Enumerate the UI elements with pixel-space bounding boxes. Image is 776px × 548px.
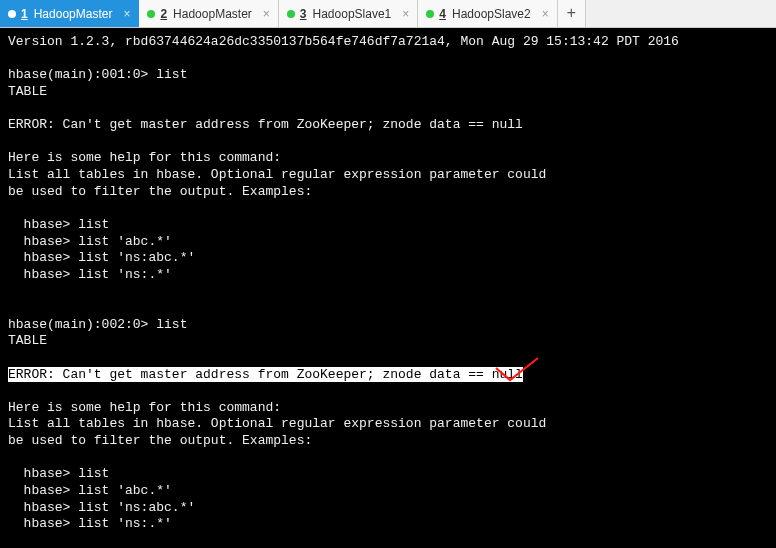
version-line: Version 1.2.3, rbd63744624a26dc3350137b5… [8,34,679,49]
tab-hadoopslave1[interactable]: 3 HadoopSlave1 × [279,0,418,27]
close-icon[interactable]: × [542,7,549,21]
plus-icon: + [566,5,576,23]
status-dot-icon [8,10,16,18]
tab-label: HadoopSlave2 [452,7,531,21]
status-dot-icon [287,10,295,18]
tab-number: 2 [160,7,167,21]
prompt-line: hbase(main):001:0> list [8,67,187,82]
terminal-output[interactable]: Version 1.2.3, rbd63744624a26dc3350137b5… [0,28,776,548]
example-line: hbase> list 'ns:.*' [8,267,172,282]
close-icon[interactable]: × [123,7,130,21]
tab-label: HadoopSlave1 [313,7,392,21]
error-line-highlighted: ERROR: Can't get master address from Zoo… [8,367,523,382]
table-label: TABLE [8,333,47,348]
tab-number: 4 [439,7,446,21]
example-line: hbase> list 'ns:.*' [8,516,172,531]
example-line: hbase> list 'ns:abc.*' [8,250,195,265]
status-dot-icon [147,10,155,18]
tab-hadoopmaster-1[interactable]: 1 HadoopMaster × [0,0,139,27]
error-line: ERROR: Can't get master address from Zoo… [8,117,523,132]
desc-line: List all tables in hbase. Optional regul… [8,416,546,431]
example-line: hbase> list [8,466,109,481]
tab-label: HadoopMaster [34,7,113,21]
help-line: Here is some help for this command: [8,400,281,415]
help-line: Here is some help for this command: [8,150,281,165]
example-line: hbase> list [8,217,109,232]
example-line: hbase> list 'abc.*' [8,483,172,498]
close-icon[interactable]: × [402,7,409,21]
tab-hadoopmaster-2[interactable]: 2 HadoopMaster × [139,0,278,27]
desc-line: be used to filter the output. Examples: [8,433,312,448]
tab-hadoopslave2[interactable]: 4 HadoopSlave2 × [418,0,557,27]
prompt-line: hbase(main):002:0> list [8,317,187,332]
example-line: hbase> list 'abc.*' [8,234,172,249]
tab-number: 1 [21,7,28,21]
tab-bar: 1 HadoopMaster × 2 HadoopMaster × 3 Hado… [0,0,776,28]
tab-number: 3 [300,7,307,21]
tab-label: HadoopMaster [173,7,252,21]
example-line: hbase> list 'ns:abc.*' [8,500,195,515]
status-dot-icon [426,10,434,18]
table-label: TABLE [8,84,47,99]
desc-line: List all tables in hbase. Optional regul… [8,167,546,182]
new-tab-button[interactable]: + [558,0,586,27]
close-icon[interactable]: × [263,7,270,21]
desc-line: be used to filter the output. Examples: [8,184,312,199]
